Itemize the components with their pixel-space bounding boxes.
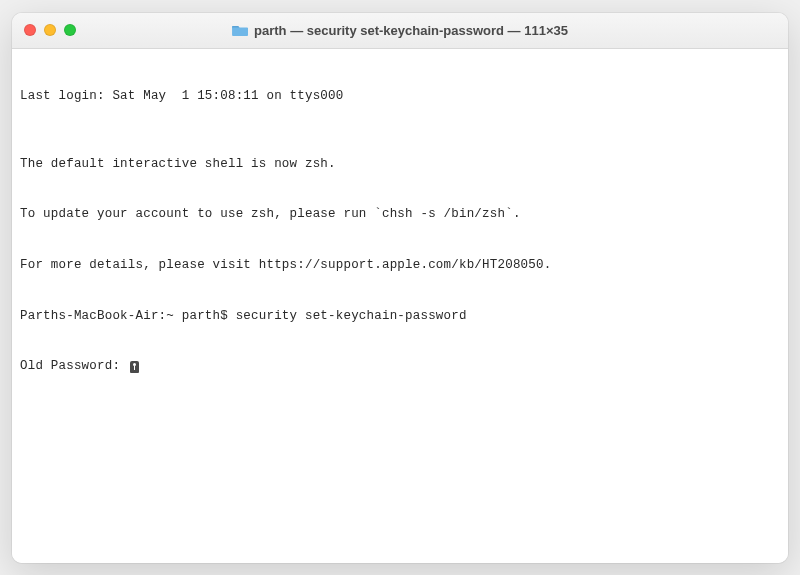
- terminal-line-zsh-3: For more details, please visit https://s…: [20, 257, 780, 274]
- close-button[interactable]: [24, 24, 36, 36]
- folder-icon: [232, 24, 248, 37]
- password-prompt-label: Old Password:: [20, 359, 128, 373]
- entered-command: security set-keychain-password: [236, 309, 467, 323]
- secure-input-icon: [130, 361, 139, 373]
- terminal-window: parth — security set-keychain-password —…: [12, 13, 788, 563]
- traffic-lights: [24, 24, 76, 36]
- terminal-line-zsh-1: The default interactive shell is now zsh…: [20, 156, 780, 173]
- terminal-line-zsh-2: To update your account to use zsh, pleas…: [20, 206, 780, 223]
- window-title: parth — security set-keychain-password —…: [254, 23, 568, 38]
- minimize-button[interactable]: [44, 24, 56, 36]
- terminal-password-prompt-line: Old Password:: [20, 358, 780, 375]
- terminal-line-last-login: Last login: Sat May 1 15:08:11 on ttys00…: [20, 88, 780, 105]
- titlebar[interactable]: parth — security set-keychain-password —…: [12, 13, 788, 49]
- window-title-area: parth — security set-keychain-password —…: [232, 23, 568, 38]
- terminal-body[interactable]: Last login: Sat May 1 15:08:11 on ttys00…: [12, 49, 788, 563]
- shell-prompt: Parths-MacBook-Air:~ parth$: [20, 309, 236, 323]
- zoom-button[interactable]: [64, 24, 76, 36]
- terminal-prompt-line: Parths-MacBook-Air:~ parth$ security set…: [20, 308, 780, 325]
